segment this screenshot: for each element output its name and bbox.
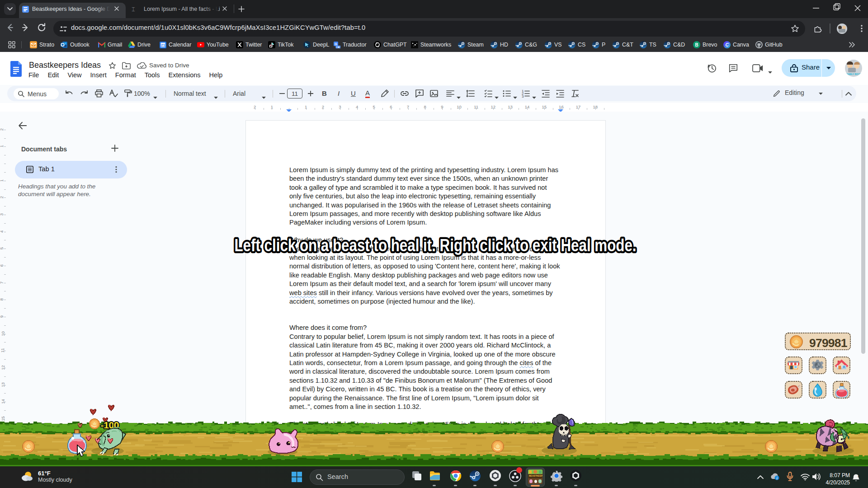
- svg-text:Left click on a beast to heal: Left click on a beast to heal it. Right …: [235, 236, 637, 255]
- svg-text:z: z: [858, 474, 860, 478]
- svg-text:3: 3: [522, 94, 524, 99]
- svg-text:G: G: [335, 42, 337, 46]
- svg-text:21: 21: [160, 42, 165, 47]
